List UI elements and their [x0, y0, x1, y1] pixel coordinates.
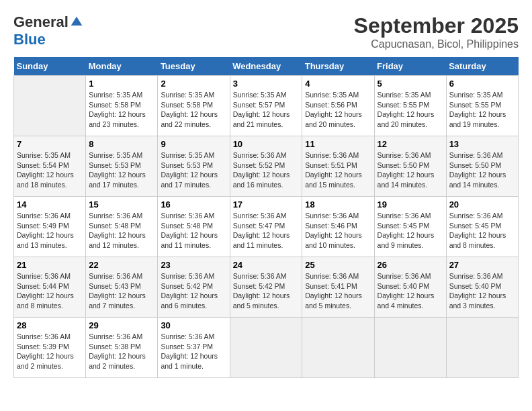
logo-blue-text: Blue	[13, 31, 46, 48]
day-number: 6	[449, 79, 515, 89]
cell-content: Sunrise: 5:36 AM Sunset: 5:42 PM Dayligh…	[161, 271, 226, 311]
cell-content: Sunrise: 5:35 AM Sunset: 5:53 PM Dayligh…	[161, 150, 226, 190]
day-number: 23	[161, 260, 226, 270]
calendar-cell: 11Sunrise: 5:36 AM Sunset: 5:51 PM Dayli…	[302, 136, 374, 197]
day-number: 11	[305, 139, 371, 149]
calendar-cell: 5Sunrise: 5:35 AM Sunset: 5:55 PM Daylig…	[374, 76, 446, 136]
calendar-cell: 27Sunrise: 5:36 AM Sunset: 5:40 PM Dayli…	[446, 257, 518, 318]
calendar-cell: 15Sunrise: 5:36 AM Sunset: 5:48 PM Dayli…	[86, 197, 158, 257]
calendar-cell: 12Sunrise: 5:36 AM Sunset: 5:50 PM Dayli…	[374, 136, 446, 197]
day-number: 13	[449, 139, 515, 149]
cell-content: Sunrise: 5:36 AM Sunset: 5:43 PM Dayligh…	[89, 271, 154, 311]
calendar-cell: 22Sunrise: 5:36 AM Sunset: 5:43 PM Dayli…	[86, 257, 158, 318]
location-title: Capucnasan, Bicol, Philippines	[354, 38, 519, 50]
calendar-cell: 20Sunrise: 5:36 AM Sunset: 5:45 PM Dayli…	[446, 197, 518, 257]
calendar-week-5: 28Sunrise: 5:36 AM Sunset: 5:39 PM Dayli…	[14, 318, 519, 378]
calendar-week-1: 1Sunrise: 5:35 AM Sunset: 5:58 PM Daylig…	[14, 76, 519, 136]
day-number: 8	[89, 139, 154, 149]
day-number: 14	[17, 199, 83, 210]
cell-content: Sunrise: 5:36 AM Sunset: 5:38 PM Dayligh…	[89, 332, 154, 371]
logo: General Blue	[13, 13, 83, 48]
cell-content: Sunrise: 5:36 AM Sunset: 5:44 PM Dayligh…	[17, 271, 83, 311]
day-number: 27	[449, 260, 515, 270]
day-number: 15	[89, 199, 154, 210]
cell-content: Sunrise: 5:36 AM Sunset: 5:40 PM Dayligh…	[449, 271, 515, 311]
day-number: 17	[233, 199, 300, 210]
calendar-cell: 13Sunrise: 5:36 AM Sunset: 5:50 PM Dayli…	[446, 136, 518, 197]
header-sunday: Sunday	[14, 57, 86, 76]
day-number: 29	[89, 320, 154, 330]
calendar-cell	[302, 318, 374, 378]
day-number: 4	[305, 79, 371, 89]
calendar-cell: 7Sunrise: 5:35 AM Sunset: 5:54 PM Daylig…	[14, 136, 86, 197]
calendar-cell: 29Sunrise: 5:36 AM Sunset: 5:38 PM Dayli…	[86, 318, 158, 378]
calendar-week-3: 14Sunrise: 5:36 AM Sunset: 5:49 PM Dayli…	[14, 197, 519, 257]
calendar-cell: 28Sunrise: 5:36 AM Sunset: 5:39 PM Dayli…	[14, 318, 86, 378]
calendar-cell: 30Sunrise: 5:36 AM Sunset: 5:37 PM Dayli…	[158, 318, 230, 378]
calendar-cell: 2Sunrise: 5:35 AM Sunset: 5:58 PM Daylig…	[158, 76, 230, 136]
cell-content: Sunrise: 5:35 AM Sunset: 5:58 PM Dayligh…	[161, 90, 226, 130]
cell-content: Sunrise: 5:36 AM Sunset: 5:50 PM Dayligh…	[378, 150, 443, 190]
logo-general-text: General	[13, 13, 69, 31]
cell-content: Sunrise: 5:35 AM Sunset: 5:53 PM Dayligh…	[89, 150, 154, 190]
cell-content: Sunrise: 5:36 AM Sunset: 5:51 PM Dayligh…	[305, 150, 371, 190]
header-saturday: Saturday	[446, 57, 518, 76]
cell-content: Sunrise: 5:36 AM Sunset: 5:41 PM Dayligh…	[305, 271, 371, 311]
calendar-week-2: 7Sunrise: 5:35 AM Sunset: 5:54 PM Daylig…	[14, 136, 519, 197]
day-number: 1	[89, 79, 154, 89]
cell-content: Sunrise: 5:35 AM Sunset: 5:55 PM Dayligh…	[449, 90, 515, 130]
day-number: 18	[305, 199, 371, 210]
header-friday: Friday	[374, 57, 446, 76]
calendar-week-4: 21Sunrise: 5:36 AM Sunset: 5:44 PM Dayli…	[14, 257, 519, 318]
cell-content: Sunrise: 5:35 AM Sunset: 5:58 PM Dayligh…	[89, 90, 154, 130]
svg-marker-0	[71, 17, 83, 26]
cell-content: Sunrise: 5:36 AM Sunset: 5:37 PM Dayligh…	[161, 332, 226, 371]
calendar-cell: 3Sunrise: 5:35 AM Sunset: 5:57 PM Daylig…	[230, 76, 302, 136]
cell-content: Sunrise: 5:36 AM Sunset: 5:45 PM Dayligh…	[378, 211, 443, 250]
cell-content: Sunrise: 5:35 AM Sunset: 5:55 PM Dayligh…	[378, 90, 443, 130]
calendar-cell: 16Sunrise: 5:36 AM Sunset: 5:48 PM Dayli…	[158, 197, 230, 257]
calendar-cell: 21Sunrise: 5:36 AM Sunset: 5:44 PM Dayli…	[14, 257, 86, 318]
calendar-cell	[446, 318, 518, 378]
calendar-cell: 4Sunrise: 5:35 AM Sunset: 5:56 PM Daylig…	[302, 76, 374, 136]
calendar-cell	[374, 318, 446, 378]
cell-content: Sunrise: 5:36 AM Sunset: 5:50 PM Dayligh…	[449, 150, 515, 190]
calendar-cell: 19Sunrise: 5:36 AM Sunset: 5:45 PM Dayli…	[374, 197, 446, 257]
cell-content: Sunrise: 5:36 AM Sunset: 5:39 PM Dayligh…	[17, 332, 83, 371]
day-number: 16	[161, 199, 226, 210]
cell-content: Sunrise: 5:36 AM Sunset: 5:49 PM Dayligh…	[17, 211, 83, 250]
calendar-cell: 1Sunrise: 5:35 AM Sunset: 5:58 PM Daylig…	[86, 76, 158, 136]
title-block: September 2025 Capucnasan, Bicol, Philip…	[354, 13, 519, 50]
day-number: 20	[449, 199, 515, 210]
day-number: 5	[378, 79, 443, 89]
day-number: 24	[233, 260, 300, 270]
calendar-cell: 6Sunrise: 5:35 AM Sunset: 5:55 PM Daylig…	[446, 76, 518, 136]
calendar-cell: 9Sunrise: 5:35 AM Sunset: 5:53 PM Daylig…	[158, 136, 230, 197]
cell-content: Sunrise: 5:36 AM Sunset: 5:48 PM Dayligh…	[89, 211, 154, 250]
cell-content: Sunrise: 5:35 AM Sunset: 5:56 PM Dayligh…	[305, 90, 371, 130]
calendar-header-row: SundayMondayTuesdayWednesdayThursdayFrid…	[14, 57, 519, 76]
calendar-cell: 17Sunrise: 5:36 AM Sunset: 5:47 PM Dayli…	[230, 197, 302, 257]
cell-content: Sunrise: 5:36 AM Sunset: 5:45 PM Dayligh…	[449, 211, 515, 250]
cell-content: Sunrise: 5:35 AM Sunset: 5:57 PM Dayligh…	[233, 90, 300, 130]
cell-content: Sunrise: 5:36 AM Sunset: 5:40 PM Dayligh…	[378, 271, 443, 311]
day-number: 21	[17, 260, 83, 270]
calendar-cell: 23Sunrise: 5:36 AM Sunset: 5:42 PM Dayli…	[158, 257, 230, 318]
cell-content: Sunrise: 5:35 AM Sunset: 5:54 PM Dayligh…	[17, 150, 83, 190]
cell-content: Sunrise: 5:36 AM Sunset: 5:48 PM Dayligh…	[161, 211, 226, 250]
day-number: 19	[378, 199, 443, 210]
day-number: 30	[161, 320, 226, 330]
day-number: 28	[17, 320, 83, 330]
cell-content: Sunrise: 5:36 AM Sunset: 5:42 PM Dayligh…	[233, 271, 300, 311]
header-wednesday: Wednesday	[230, 57, 302, 76]
day-number: 3	[233, 79, 300, 89]
cell-content: Sunrise: 5:36 AM Sunset: 5:46 PM Dayligh…	[305, 211, 371, 250]
header-thursday: Thursday	[302, 57, 374, 76]
header-monday: Monday	[86, 57, 158, 76]
calendar-cell: 24Sunrise: 5:36 AM Sunset: 5:42 PM Dayli…	[230, 257, 302, 318]
day-number: 25	[305, 260, 371, 270]
cell-content: Sunrise: 5:36 AM Sunset: 5:52 PM Dayligh…	[233, 150, 300, 190]
calendar-cell: 25Sunrise: 5:36 AM Sunset: 5:41 PM Dayli…	[302, 257, 374, 318]
day-number: 12	[378, 139, 443, 149]
day-number: 10	[233, 139, 300, 149]
